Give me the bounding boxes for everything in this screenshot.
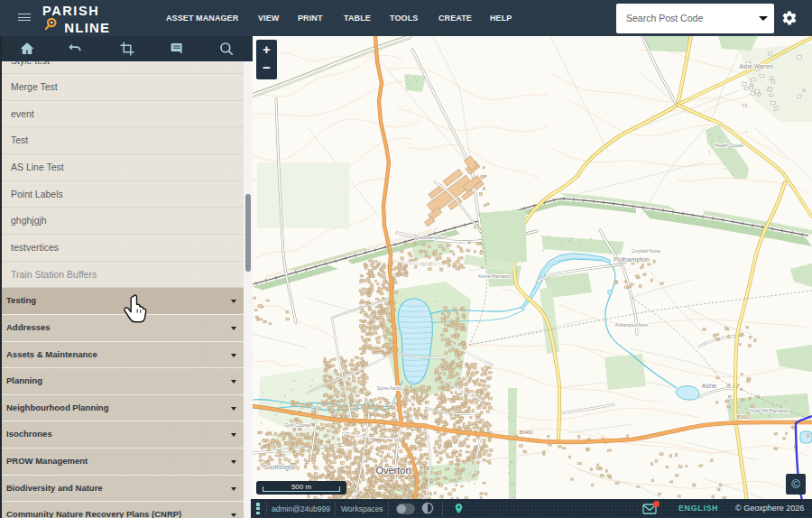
- svg-text:Ashe Warren: Ashe Warren: [739, 63, 773, 69]
- svg-text:Overton: Overton: [375, 465, 411, 476]
- svg-text:Quidhampton: Quidhampton: [414, 235, 447, 240]
- svg-text:Golf Course: Golf Course: [284, 422, 310, 428]
- svg-text:Southington: Southington: [263, 464, 297, 471]
- svg-text:Polhampton: Polhampton: [614, 255, 650, 264]
- svg-text:Coryfield House: Coryfield House: [632, 249, 661, 254]
- svg-text:Kennel Plantation: Kennel Plantation: [478, 274, 511, 279]
- svg-text:Sports Facility: Sports Facility: [377, 386, 403, 391]
- svg-text:Hyde Hill Plantation: Hyde Hill Plantation: [750, 408, 789, 413]
- svg-text:Heath Copse: Heath Copse: [715, 143, 743, 148]
- svg-text:Ashe: Ashe: [701, 382, 716, 390]
- svg-text:B3400: B3400: [737, 414, 751, 420]
- svg-text:Polhampton Farm: Polhampton Farm: [615, 323, 648, 328]
- svg-text:B3400: B3400: [520, 430, 533, 435]
